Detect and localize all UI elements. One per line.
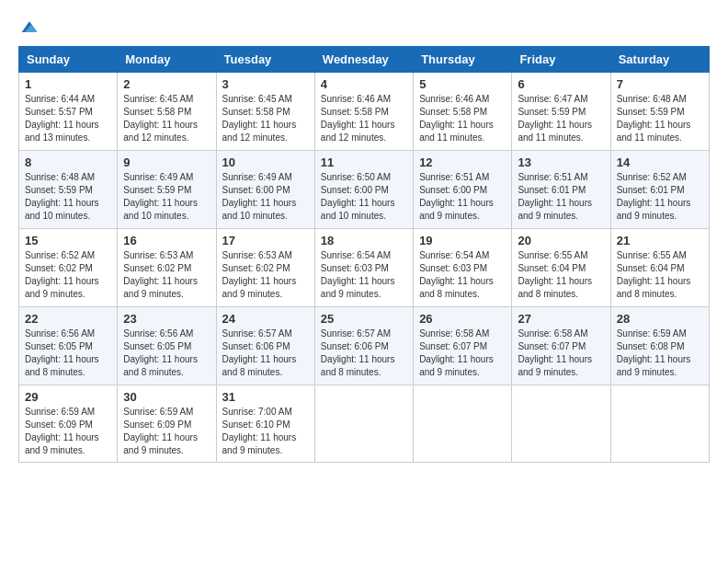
day-info: Sunrise: 6:58 AM Sunset: 6:07 PM Dayligh… [419,327,506,379]
day-number: 3 [222,77,309,91]
day-number: 26 [419,312,506,326]
day-info: Sunrise: 6:53 AM Sunset: 6:02 PM Dayligh… [222,249,309,301]
calendar-cell: 22 Sunrise: 6:56 AM Sunset: 6:05 PM Dayl… [19,307,118,385]
day-info: Sunrise: 6:57 AM Sunset: 6:06 PM Dayligh… [222,327,309,379]
calendar-cell: 12 Sunrise: 6:51 AM Sunset: 6:00 PM Dayl… [414,151,512,229]
day-info: Sunrise: 6:59 AM Sunset: 6:09 PM Dayligh… [25,406,111,457]
day-info: Sunrise: 6:50 AM Sunset: 6:00 PM Dayligh… [321,171,407,223]
day-info: Sunrise: 6:47 AM Sunset: 5:59 PM Dayligh… [518,93,604,144]
logo-icon [20,18,39,37]
day-info: Sunrise: 6:58 AM Sunset: 6:07 PM Dayligh… [518,327,604,379]
weekday-header: Thursday [414,47,512,73]
calendar-cell: 5 Sunrise: 6:46 AM Sunset: 5:58 PM Dayli… [414,73,512,151]
day-info: Sunrise: 6:53 AM Sunset: 6:02 PM Dayligh… [123,249,210,301]
day-info: Sunrise: 6:57 AM Sunset: 6:06 PM Dayligh… [321,327,407,379]
day-number: 30 [123,390,210,404]
day-info: Sunrise: 6:49 AM Sunset: 5:59 PM Dayligh… [123,171,210,223]
day-number: 20 [518,234,604,247]
calendar-cell: 2 Sunrise: 6:45 AM Sunset: 5:58 PM Dayli… [118,73,216,151]
day-info: Sunrise: 6:46 AM Sunset: 5:58 PM Dayligh… [419,93,506,144]
weekday-header: Tuesday [216,47,314,73]
day-info: Sunrise: 7:00 AM Sunset: 6:10 PM Dayligh… [222,406,309,457]
day-number: 9 [123,155,210,169]
calendar-cell: 18 Sunrise: 6:54 AM Sunset: 6:03 PM Dayl… [314,229,413,307]
day-number: 18 [321,234,407,247]
calendar-table: SundayMondayTuesdayWednesdayThursdayFrid… [18,46,710,463]
day-number: 10 [222,155,309,169]
day-number: 27 [518,312,604,326]
page-header [18,18,710,37]
day-number: 31 [222,390,309,404]
day-number: 8 [25,155,111,169]
day-number: 23 [123,312,210,326]
calendar-cell: 3 Sunrise: 6:45 AM Sunset: 5:58 PM Dayli… [216,73,314,151]
day-info: Sunrise: 6:44 AM Sunset: 5:57 PM Dayligh… [25,93,111,144]
day-number: 1 [25,77,111,91]
day-number: 12 [419,155,506,169]
calendar-cell: 29 Sunrise: 6:59 AM Sunset: 6:09 PM Dayl… [19,385,118,463]
day-info: Sunrise: 6:55 AM Sunset: 6:04 PM Dayligh… [617,249,703,301]
day-info: Sunrise: 6:56 AM Sunset: 6:05 PM Dayligh… [25,327,111,379]
day-number: 2 [123,77,210,91]
day-info: Sunrise: 6:54 AM Sunset: 6:03 PM Dayligh… [321,249,407,301]
weekday-header: Saturday [610,47,709,73]
calendar-cell: 7 Sunrise: 6:48 AM Sunset: 5:59 PM Dayli… [610,73,709,151]
day-info: Sunrise: 6:56 AM Sunset: 6:05 PM Dayligh… [123,327,210,379]
calendar-cell: 23 Sunrise: 6:56 AM Sunset: 6:05 PM Dayl… [118,307,216,385]
day-info: Sunrise: 6:54 AM Sunset: 6:03 PM Dayligh… [419,249,506,301]
calendar-cell: 4 Sunrise: 6:46 AM Sunset: 5:58 PM Dayli… [314,73,413,151]
day-number: 6 [518,77,604,91]
day-number: 25 [321,312,407,326]
day-info: Sunrise: 6:48 AM Sunset: 5:59 PM Dayligh… [617,93,703,144]
day-number: 15 [25,234,111,247]
calendar-cell [610,385,709,463]
day-info: Sunrise: 6:45 AM Sunset: 5:58 PM Dayligh… [222,93,309,144]
day-info: Sunrise: 6:52 AM Sunset: 6:02 PM Dayligh… [25,249,111,301]
calendar-cell: 17 Sunrise: 6:53 AM Sunset: 6:02 PM Dayl… [216,229,314,307]
day-info: Sunrise: 6:51 AM Sunset: 6:01 PM Dayligh… [518,171,604,223]
weekday-header: Sunday [19,47,118,73]
day-number: 11 [321,155,407,169]
calendar-cell: 19 Sunrise: 6:54 AM Sunset: 6:03 PM Dayl… [414,229,512,307]
day-info: Sunrise: 6:59 AM Sunset: 6:09 PM Dayligh… [123,406,210,457]
calendar-cell: 11 Sunrise: 6:50 AM Sunset: 6:00 PM Dayl… [314,151,413,229]
calendar-cell: 27 Sunrise: 6:58 AM Sunset: 6:07 PM Dayl… [512,307,610,385]
day-number: 14 [617,155,703,169]
calendar-cell: 21 Sunrise: 6:55 AM Sunset: 6:04 PM Dayl… [610,229,709,307]
day-info: Sunrise: 6:49 AM Sunset: 6:00 PM Dayligh… [222,171,309,223]
calendar-cell: 8 Sunrise: 6:48 AM Sunset: 5:59 PM Dayli… [19,151,118,229]
day-info: Sunrise: 6:55 AM Sunset: 6:04 PM Dayligh… [518,249,604,301]
calendar-cell: 20 Sunrise: 6:55 AM Sunset: 6:04 PM Dayl… [512,229,610,307]
calendar-cell [314,385,413,463]
calendar-cell [414,385,512,463]
calendar-cell [512,385,610,463]
day-number: 19 [419,234,506,247]
day-number: 5 [419,77,506,91]
calendar-cell: 9 Sunrise: 6:49 AM Sunset: 5:59 PM Dayli… [118,151,216,229]
day-info: Sunrise: 6:52 AM Sunset: 6:01 PM Dayligh… [617,171,703,223]
day-number: 4 [321,77,407,91]
weekday-header: Wednesday [314,47,413,73]
calendar-cell: 13 Sunrise: 6:51 AM Sunset: 6:01 PM Dayl… [512,151,610,229]
day-number: 7 [617,77,703,91]
calendar-cell: 25 Sunrise: 6:57 AM Sunset: 6:06 PM Dayl… [314,307,413,385]
day-info: Sunrise: 6:45 AM Sunset: 5:58 PM Dayligh… [123,93,210,144]
calendar-cell: 16 Sunrise: 6:53 AM Sunset: 6:02 PM Dayl… [118,229,216,307]
calendar-cell: 26 Sunrise: 6:58 AM Sunset: 6:07 PM Dayl… [414,307,512,385]
day-info: Sunrise: 6:59 AM Sunset: 6:08 PM Dayligh… [617,327,703,379]
day-number: 17 [222,234,309,247]
day-number: 24 [222,312,309,326]
calendar-cell: 10 Sunrise: 6:49 AM Sunset: 6:00 PM Dayl… [216,151,314,229]
calendar-cell: 30 Sunrise: 6:59 AM Sunset: 6:09 PM Dayl… [118,385,216,463]
day-info: Sunrise: 6:46 AM Sunset: 5:58 PM Dayligh… [321,93,407,144]
day-info: Sunrise: 6:51 AM Sunset: 6:00 PM Dayligh… [419,171,506,223]
weekday-header: Friday [512,47,610,73]
calendar-cell: 14 Sunrise: 6:52 AM Sunset: 6:01 PM Dayl… [610,151,709,229]
day-number: 29 [25,390,111,404]
calendar-cell: 28 Sunrise: 6:59 AM Sunset: 6:08 PM Dayl… [610,307,709,385]
day-number: 22 [25,312,111,326]
day-info: Sunrise: 6:48 AM Sunset: 5:59 PM Dayligh… [25,171,111,223]
weekday-header: Monday [118,47,216,73]
calendar-cell: 6 Sunrise: 6:47 AM Sunset: 5:59 PM Dayli… [512,73,610,151]
calendar-cell: 24 Sunrise: 6:57 AM Sunset: 6:06 PM Dayl… [216,307,314,385]
